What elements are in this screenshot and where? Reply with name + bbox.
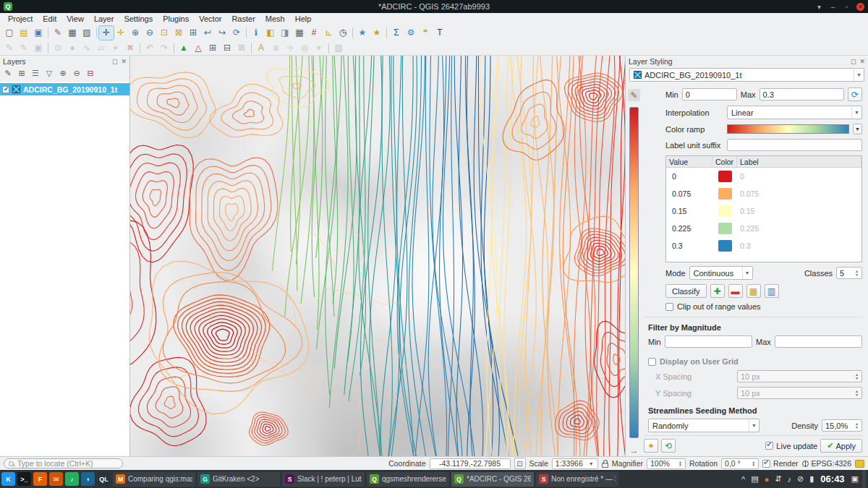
tab-contours-icon[interactable] [629,107,639,438]
map-canvas[interactable] [130,56,625,456]
lock-scale-icon[interactable] [602,463,608,468]
new-print-layout-icon[interactable]: ▦ [65,26,80,40]
select-features-icon[interactable]: ◧ [263,26,278,40]
menu-item[interactable]: Settings [119,14,158,24]
load-color-ramp-button[interactable]: ▦ [746,284,761,298]
locator-input[interactable]: Type to locate (Ctrl+K) [4,458,123,468]
refresh-map-icon[interactable]: ⟳ [229,26,244,40]
table-header-cell[interactable]: Value [666,156,712,167]
class-row[interactable]: 0.3 0.3 [666,237,861,254]
layout-manager-icon[interactable]: ▧ [80,26,94,40]
dolphin-icon[interactable]: ◖ [81,472,95,486]
spinner-arrows[interactable]: ▲▼ [676,461,682,467]
app-launcher-icon[interactable]: K [1,472,15,486]
add-polygon-icon[interactable]: ▱ [94,41,109,55]
remove-class-button[interactable]: ▬ [728,284,743,298]
class-row[interactable]: 0.225 0.225 [666,220,861,237]
spinner-arrows[interactable]: ▲▼ [853,390,859,396]
menu-item[interactable]: View [61,14,89,24]
tray-expander-icon[interactable]: ^ [741,475,745,484]
menu-item[interactable]: Help [290,14,317,24]
add-group-icon[interactable]: ⊞ [15,67,28,80]
undo-icon[interactable]: ↶ [142,41,157,55]
add-record-icon[interactable]: ⊙ [51,41,65,55]
new-bookmark-icon[interactable]: ★ [355,26,370,40]
label-unit-suffix-input[interactable] [727,139,862,151]
text-annotation-icon[interactable]: T [433,26,447,40]
table-header-cell[interactable]: Color [712,156,737,167]
float-panel-icon[interactable]: ◻ [851,58,856,65]
zoom-full-icon[interactable]: ⊡ [157,26,171,40]
add-class-button[interactable]: ✚ [710,284,725,298]
firefox-icon[interactable]: F [33,472,47,486]
spinner-arrows[interactable]: ▲▼ [853,373,859,380]
project-save-icon[interactable]: ▣ [31,26,46,40]
remove-layer-icon[interactable]: ⊟ [84,67,97,80]
zoom-out-icon[interactable]: ⊖ [142,26,157,40]
konsole-icon[interactable]: >_ [17,472,31,486]
zoom-to-layer-icon[interactable]: ⊞ [186,26,200,40]
class-color-swatch[interactable] [718,171,732,182]
notifications-icon[interactable]: ▣ [851,474,859,484]
density-spinner[interactable]: 15,0% ▲▼ [822,419,862,432]
project-open-icon[interactable]: ▤ [17,26,31,40]
color-ramp-menu-button[interactable]: ▼ [853,124,862,134]
close-panel-icon[interactable]: ✕ [121,58,127,65]
add-line-icon[interactable]: ∿ [80,41,94,55]
tab-symbology-icon[interactable]: ✎ [628,89,640,101]
menu-item[interactable]: Project [3,14,38,24]
mesh-transform-icon[interactable]: ⊞ [205,41,220,55]
battery-icon[interactable]: ▮ [809,474,814,484]
rotation-spinner[interactable]: 0,0 ° ▲▼ [721,458,759,469]
save-edits-icon[interactable]: ▣ [31,41,46,55]
map-tips-icon[interactable]: ❝ [418,26,433,40]
menu-item[interactable]: Layer [89,14,119,24]
display-user-grid-checkbox[interactable] [648,358,656,366]
mode-select[interactable]: Continuous ▼ [689,266,753,280]
edit-class-button[interactable]: ▥ [765,284,779,298]
extents-toggle-icon[interactable]: ⊡ [514,458,526,469]
show-bookmarks-icon[interactable]: ★ [370,26,384,40]
task-slack[interactable]: S Slack | ! peterp | Lutr... [282,472,365,487]
classes-spinner[interactable]: 5 ▲▼ [836,267,862,279]
layer-diagram-icon[interactable]: a [268,41,283,55]
clipboard-icon[interactable]: ▤ [751,474,758,484]
highlight-labels-icon[interactable]: ◎ [297,41,312,55]
statistics-icon[interactable]: Σ [389,26,404,40]
task-spyder[interactable]: S Non enregistré * — Sp... [536,472,618,487]
style-manager-icon[interactable]: ✎ [51,26,65,40]
measure-icon[interactable]: ⊾ [321,26,336,40]
task-meld[interactable]: M Comparing qgis:mast... [113,472,195,487]
magnifier-spinner[interactable]: 100% ▲▼ [647,458,686,469]
zoom-last-icon[interactable]: ↩ [200,26,215,40]
menu-item[interactable]: Edit [38,14,61,24]
layer-labeling-icon[interactable]: A [254,41,268,55]
color-ramp-preview[interactable] [727,124,849,134]
mesh-edit-icon[interactable]: △ [191,41,205,55]
float-panel-icon[interactable]: ◻ [112,58,117,65]
live-update-checkbox[interactable] [765,442,773,450]
class-color-swatch[interactable] [718,205,732,217]
close-button[interactable]: ✕ [856,3,864,11]
screen-recorder-icon[interactable]: ● [765,475,770,484]
expand-all-icon[interactable]: ⊕ [56,67,69,80]
field-calculator-icon[interactable]: # [307,26,321,40]
tab-vectors-icon[interactable]: → [628,444,640,456]
zoom-in-icon[interactable]: ⊕ [128,26,142,40]
max-input[interactable]: 0.3 [760,88,844,100]
menu-item[interactable]: Raster [226,14,260,24]
music-icon[interactable]: ♪ [65,472,79,486]
filter-min-input[interactable] [665,335,752,348]
zoom-next-icon[interactable]: ↪ [215,26,229,40]
processing-toolbox-icon[interactable]: ⚙ [404,26,418,40]
mesh-selection-icon[interactable]: ⊟ [220,41,234,55]
temporal-controller-icon[interactable]: ◷ [336,26,350,40]
layer-item[interactable]: ADCIRC_BG_20190910_1t [0,83,129,95]
filter-max-input[interactable] [775,335,862,348]
table-header-cell[interactable]: Label [737,156,861,167]
class-color-swatch[interactable] [718,188,732,200]
toggle-editing-icon[interactable]: ✎ [17,41,31,55]
task-qgis-settings[interactable]: Q qgsmeshrenderersetti... [367,472,449,487]
collapse-all-icon[interactable]: ⊖ [70,67,83,80]
clock[interactable]: 06:43 [820,474,844,484]
